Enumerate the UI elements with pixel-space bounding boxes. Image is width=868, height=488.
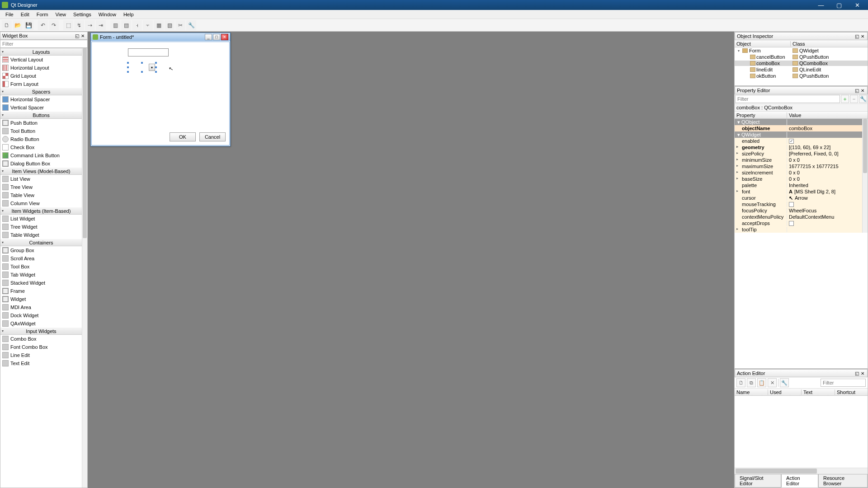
action-list[interactable] [735, 396, 868, 468]
menu-settings[interactable]: Settings [70, 12, 95, 17]
widget-item[interactable]: Table View [0, 191, 82, 199]
widget-item[interactable]: Check Box [0, 143, 82, 151]
dock-close-icon[interactable]: ✕ [80, 33, 85, 38]
property-group[interactable]: ▾ QObject [735, 119, 862, 125]
widget-item[interactable]: Dialog Button Box [0, 160, 82, 168]
action-filter[interactable] [821, 379, 866, 387]
menu-edit[interactable]: Edit [17, 12, 33, 17]
property-row[interactable]: baseSize0 x 0 [735, 176, 862, 182]
category-header[interactable]: Item Views (Model-Based) [0, 168, 82, 175]
property-row[interactable]: enabled✓ [735, 138, 862, 144]
widget-item[interactable]: Horizontal Layout [0, 64, 82, 72]
dock-float-icon[interactable]: ◱ [74, 33, 80, 38]
layout-hs-icon[interactable]: ⫞ [132, 20, 142, 30]
edit-tab-order-icon[interactable]: ⇥ [96, 20, 106, 30]
lineedit-widget[interactable] [128, 48, 169, 56]
form-close-icon[interactable]: ✕ [221, 34, 228, 40]
form-minimize-icon[interactable]: _ [205, 34, 212, 40]
layout-grid-icon[interactable]: ▦ [154, 20, 164, 30]
edit-widgets-icon[interactable]: ⬚ [63, 20, 73, 30]
category-header[interactable]: Layouts [0, 48, 82, 56]
widget-item[interactable]: Radio Button [0, 135, 82, 143]
widget-item[interactable]: Tab Widget [0, 271, 82, 279]
layout-h-icon[interactable]: ▥ [110, 20, 120, 30]
bottom-tab[interactable]: Resource Browser [818, 474, 868, 488]
property-row[interactable]: cursor↖Arrow [735, 195, 862, 201]
bottom-tab[interactable]: Action Editor [781, 474, 818, 488]
menu-form[interactable]: Form [33, 12, 52, 17]
widget-item[interactable]: Stacked Widget [0, 279, 82, 287]
remove-dynamic-property-icon[interactable]: － [850, 95, 858, 103]
widget-item[interactable]: Vertical Spacer [0, 103, 82, 112]
dock-close-icon[interactable]: ✕ [860, 371, 865, 376]
widget-item[interactable]: Widget [0, 295, 82, 303]
widget-item[interactable]: Vertical Layout [0, 56, 82, 64]
property-row[interactable]: sizePolicy[Preferred, Fixed, 0, 0] [735, 150, 862, 157]
form-ok-button[interactable]: OK [170, 132, 196, 141]
property-row[interactable]: minimumSize0 x 0 [735, 157, 862, 163]
edit-buddies-icon[interactable]: ⇢ [85, 20, 95, 30]
dock-close-icon[interactable]: ✕ [860, 88, 865, 93]
widget-item[interactable]: Tool Box [0, 263, 82, 271]
dock-float-icon[interactable]: ◱ [854, 88, 859, 93]
widget-item[interactable]: Table Widget [0, 231, 82, 239]
layout-vs-icon[interactable]: ⫟ [143, 20, 153, 30]
property-row[interactable]: mouseTracking [735, 201, 862, 207]
widget-item[interactable]: Horizontal Spacer [0, 95, 82, 103]
delete-action-icon[interactable]: ✕ [768, 378, 777, 387]
new-action-icon[interactable]: 🗋 [736, 378, 745, 387]
object-row[interactable]: okButtonQPushButton [735, 73, 868, 79]
combobox-dropdown-icon[interactable]: ▾ [149, 64, 155, 71]
property-row[interactable]: toolTip [735, 226, 862, 233]
save-file-icon[interactable]: 💾 [24, 20, 33, 30]
category-header[interactable]: Containers [0, 239, 82, 246]
configure-action-icon[interactable]: 🔧 [780, 378, 789, 387]
edit-signals-icon[interactable]: ↯ [74, 20, 84, 30]
object-row[interactable]: ▾FormQWidget [735, 47, 868, 54]
widget-item[interactable]: Font Combo Box [0, 343, 82, 351]
adjust-size-icon[interactable]: 🔧 [186, 20, 196, 30]
widget-item[interactable]: Scroll Area [0, 254, 82, 263]
widget-item[interactable]: Grid Layout [0, 72, 82, 80]
widget-item[interactable]: Tree View [0, 183, 82, 191]
form-maximize-icon[interactable]: □ [213, 34, 220, 40]
layout-v-icon[interactable]: ▤ [121, 20, 131, 30]
widget-item[interactable]: Dock Widget [0, 311, 82, 319]
widget-item[interactable]: Frame [0, 287, 82, 295]
object-row[interactable]: comboBoxQComboBox [735, 60, 868, 66]
open-file-icon[interactable]: 📂 [13, 20, 23, 30]
layout-form-icon[interactable]: ▧ [165, 20, 175, 30]
category-header[interactable]: Input Widgets [0, 328, 82, 335]
property-row[interactable]: objectNamecomboBox [735, 125, 862, 131]
property-row[interactable]: acceptDrops [735, 220, 862, 226]
new-file-icon[interactable]: 🗋 [2, 20, 12, 30]
dock-float-icon[interactable]: ◱ [854, 371, 859, 376]
maximize-button[interactable]: ▢ [830, 0, 848, 10]
property-scrollbar[interactable] [862, 119, 868, 233]
copy-action-icon[interactable]: ⧉ [747, 378, 756, 387]
widget-item[interactable]: Command Link Button [0, 151, 82, 160]
form-cancel-button[interactable]: Cancel [199, 132, 226, 141]
form-canvas[interactable]: ▾ ↖ OK Cancel [91, 42, 230, 145]
property-config-icon[interactable]: 🔧 [859, 95, 867, 103]
widget-item[interactable]: Tree Widget [0, 223, 82, 231]
category-header[interactable]: Spacers [0, 88, 82, 95]
menu-view[interactable]: View [52, 12, 70, 17]
property-row[interactable]: contextMenuPolicyDefaultContextMenu [735, 214, 862, 220]
property-row[interactable]: geometry[(110, 60), 69 x 22] [735, 144, 862, 150]
property-row[interactable]: maximumSize16777215 x 16777215 [735, 163, 862, 169]
widget-item[interactable]: Push Button [0, 119, 82, 127]
menu-help[interactable]: Help [120, 12, 137, 17]
mdi-area[interactable]: Form - untitled* _ □ ✕ ▾ ↖ OK Cancel [88, 32, 734, 488]
minimize-button[interactable]: ― [812, 0, 830, 10]
redo-icon[interactable]: ↷ [49, 20, 59, 30]
property-row[interactable]: paletteInherited [735, 182, 862, 188]
widget-box-scrollbar[interactable] [82, 48, 87, 488]
property-row[interactable]: sizeIncrement0 x 0 [735, 169, 862, 176]
object-row[interactable]: cancelButtonQPushButton [735, 54, 868, 60]
menu-window[interactable]: Window [95, 12, 120, 17]
paste-action-icon[interactable]: 📋 [757, 378, 766, 387]
property-group[interactable]: ▾ QWidget [735, 131, 862, 138]
close-button[interactable]: ✕ [848, 0, 866, 10]
widget-item[interactable]: QAxWidget [0, 319, 82, 328]
